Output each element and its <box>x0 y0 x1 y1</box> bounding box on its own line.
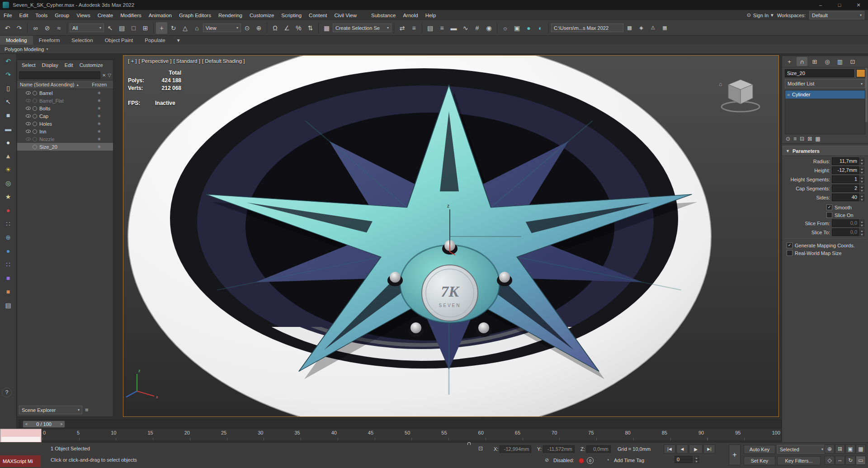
slice-from-value[interactable]: 0,0 <box>832 219 859 227</box>
visibility-icon[interactable] <box>25 105 31 111</box>
scene-explorer-selector[interactable]: Scene Explorer ▾ <box>19 406 82 414</box>
record-dot-icon[interactable] <box>579 458 584 463</box>
name-column-header[interactable]: Name (Sorted Ascending) <box>20 82 74 87</box>
search-input[interactable] <box>19 71 100 79</box>
select-and-link-icon[interactable]: ∞ <box>30 22 41 34</box>
align-icon[interactable]: ≡ <box>408 22 420 34</box>
menu-arnold[interactable]: Arnold <box>399 10 421 20</box>
render-setup-icon[interactable]: ☼ <box>500 22 511 34</box>
height-spinner[interactable]: ▲▼ <box>859 167 864 174</box>
maxscript-mini-listener[interactable] <box>0 429 42 444</box>
selection-region-icon[interactable]: □ <box>128 22 139 34</box>
viewport-3d-render[interactable]: 7K SEVEN z ⌂ <box>123 56 778 416</box>
cap-segments-value[interactable]: 2 <box>832 184 859 192</box>
workspace-dropdown[interactable]: Default ▾ <box>809 11 864 19</box>
zoom-all-icon[interactable]: ⊞ <box>835 444 845 454</box>
modifier-list-dropdown[interactable]: Modifier List ▾ <box>785 79 865 88</box>
stack-item-cylinder[interactable]: ○ Cylinder <box>785 90 865 99</box>
time-slider-track[interactable]: < 0 / 100 > <box>19 420 782 428</box>
spinner-down-icon[interactable]: ▼ <box>859 223 864 227</box>
time-slider-handle[interactable]: < 0 / 100 > <box>23 421 65 428</box>
spinner-up-icon[interactable]: ▲ <box>859 229 864 232</box>
key-filters-button[interactable]: Key Filters... <box>777 456 821 465</box>
menu-scripting[interactable]: Scripting <box>278 10 305 20</box>
menu-substance[interactable] <box>360 10 368 20</box>
explorer-menu-edit[interactable]: Edit <box>62 62 76 68</box>
viewport-menu-pov[interactable]: [ Perspective ] <box>139 58 172 64</box>
sign-in-button[interactable]: ⊙ Sign In ▾ <box>747 12 774 18</box>
visibility-icon[interactable] <box>25 98 31 104</box>
hierarchy-tab-icon[interactable]: ⊞ <box>809 57 820 66</box>
select-object-icon[interactable]: ↖ <box>104 22 116 34</box>
unlink-selection-icon[interactable]: ⊘ <box>42 22 53 34</box>
maximize-viewport-toggle-icon[interactable]: ▭ <box>856 456 866 465</box>
bind-to-space-warp-icon[interactable]: ≈ <box>53 22 65 34</box>
scene-security-icon[interactable]: ⚠ <box>647 22 659 34</box>
frozen-toggle-icon[interactable]: ∗ <box>97 98 101 104</box>
cap-segments-spinner[interactable]: ▲▼ <box>859 185 864 192</box>
z-coordinate-field[interactable]: 0,0mm <box>586 445 611 453</box>
frozen-toggle-icon[interactable]: ∗ <box>97 136 101 142</box>
scene-row-barrel-flat[interactable]: Barrel_Flat ∗ <box>17 97 113 104</box>
select-and-rotate-icon[interactable]: ↻ <box>168 22 179 34</box>
next-frame-arrow[interactable]: > <box>58 422 65 426</box>
ribbon-tab-object-paint[interactable]: Object Paint <box>99 36 139 45</box>
filter-funnel-icon[interactable]: ▽ <box>108 73 111 78</box>
zoom-extents-icon[interactable]: ▣ <box>845 444 855 454</box>
menu-help[interactable]: Help <box>422 10 440 20</box>
notes-icon[interactable]: ▤ <box>2 300 14 311</box>
spinner-up-icon[interactable]: ▲ <box>694 456 699 459</box>
window-crossing-icon[interactable]: ⊞ <box>140 22 151 34</box>
globe-icon[interactable]: ⊕ <box>2 232 14 243</box>
particles-icon[interactable]: ∷ <box>2 218 14 229</box>
modify-tab-icon[interactable]: ∩ <box>797 57 807 66</box>
previous-frame-button[interactable]: ◀ <box>676 444 688 454</box>
height-segments-spinner[interactable]: ▲▼ <box>859 176 864 183</box>
visibility-icon[interactable] <box>25 121 31 127</box>
scene-row-nozzle[interactable]: Nozzle ∗ <box>17 135 113 143</box>
height-segments-value[interactable]: 1 <box>832 175 859 183</box>
ribbon-tab-freeform[interactable]: Freeform <box>33 36 66 45</box>
rendered-frame-window-icon[interactable]: ▣ <box>511 22 523 34</box>
menu-file[interactable]: File <box>0 10 16 20</box>
menu-group[interactable]: Group <box>51 10 73 20</box>
orange-cube-icon[interactable]: ■ <box>2 286 14 297</box>
set-key-button[interactable]: Set Key <box>744 456 775 465</box>
box-primitive-icon[interactable]: ■ <box>2 110 14 121</box>
slice-from-spinner[interactable]: ▲▼ <box>859 220 864 227</box>
material-editor-icon[interactable]: ◉ <box>483 22 495 34</box>
menu-rendering[interactable]: Rendering <box>215 10 246 20</box>
viewport-menu-general[interactable]: [ + ] <box>128 58 137 64</box>
zoom-icon[interactable]: ⊕ <box>825 444 835 454</box>
snaps-toggle-icon[interactable]: Ω <box>269 22 281 34</box>
select-by-name-icon[interactable]: ▤ <box>116 22 127 34</box>
project-folder-field[interactable]: C:\Users\m...s Max 2022 <box>551 24 623 32</box>
menu-content[interactable]: Content <box>305 10 330 20</box>
light-icon[interactable]: ☀ <box>2 164 14 175</box>
select-and-move-icon[interactable]: + <box>156 22 167 34</box>
edit-named-selection-sets-icon[interactable]: ▦ <box>321 22 332 34</box>
radius-spinner[interactable]: ▲▼ <box>859 158 864 165</box>
frozen-toggle-icon[interactable]: ∗ <box>97 113 101 119</box>
render-production-icon[interactable]: ● <box>523 22 534 34</box>
add-time-tag[interactable]: Add Time Tag <box>614 458 644 463</box>
minimize-button[interactable]: – <box>811 0 830 10</box>
redo-button[interactable]: ↷ <box>14 22 25 34</box>
close-button[interactable]: ✕ <box>849 0 868 10</box>
real-world-map-size-checkbox[interactable] <box>787 250 793 256</box>
spinner-up-icon[interactable]: ▲ <box>859 158 864 161</box>
select-and-manipulate-icon[interactable]: ⊕ <box>253 22 264 34</box>
display-tab-icon[interactable]: ▥ <box>835 57 845 66</box>
paint-icon[interactable]: ∷ <box>2 259 14 270</box>
spinner-up-icon[interactable]: ▲ <box>859 185 864 189</box>
select-and-place-icon[interactable]: ⌂ <box>191 22 203 34</box>
y-coordinate-field[interactable]: -11,572mm <box>543 445 575 453</box>
toggle-scene-explorer-icon[interactable]: ▤ <box>425 22 436 34</box>
spinner-down-icon[interactable]: ▼ <box>859 232 864 236</box>
stack-bulb-icon[interactable]: ○ <box>787 92 790 97</box>
undo-button[interactable]: ↶ <box>2 22 13 34</box>
clear-search-icon[interactable]: ✕ <box>102 73 106 78</box>
explorer-menu-select[interactable]: Select <box>19 62 38 68</box>
select-and-scale-icon[interactable]: △ <box>179 22 191 34</box>
orbit-icon[interactable]: ↻ <box>845 456 855 465</box>
